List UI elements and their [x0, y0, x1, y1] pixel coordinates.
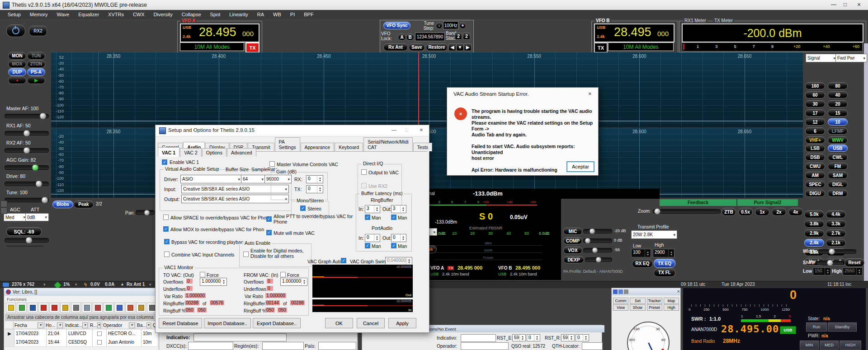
standby-button[interactable]: Standby — [828, 322, 857, 331]
toolbar-icon[interactable] — [104, 303, 113, 313]
tx-high-spinner[interactable]: 2900 — [653, 249, 675, 257]
setup-tab[interactable]: Tests — [413, 143, 433, 151]
qth-locator-input[interactable] — [582, 342, 603, 350]
rst-r-spinner[interactable]: 59 — [561, 334, 575, 341]
zoom-preset-button[interactable]: 1x — [755, 208, 769, 216]
ok-button[interactable]: OK — [325, 318, 353, 328]
filter-button[interactable]: 2.1k — [826, 239, 846, 247]
2ton-button[interactable]: 2TON — [27, 60, 45, 68]
sql-slider[interactable] — [5, 238, 49, 243]
row-checkbox[interactable] — [93, 329, 107, 338]
rb-in-man-checkbox[interactable] — [365, 215, 370, 220]
peak-button[interactable]: Peak — [74, 201, 94, 208]
toolbar-icon[interactable] — [6, 303, 16, 313]
toolbar-icon[interactable] — [114, 303, 124, 313]
minimize-icon[interactable]: — — [831, 1, 836, 8]
tx-fl-button[interactable]: TX FL — [654, 268, 675, 277]
mic-button[interactable]: MIC — [563, 228, 582, 235]
filter-button[interactable]: 2.7k — [826, 229, 846, 237]
rb-in-spinner[interactable]: 3 — [365, 205, 380, 213]
toolbar-icon[interactable] — [82, 303, 92, 313]
tracker-button[interactable]: Map — [664, 298, 679, 304]
meter-rx-select[interactable]: Signal — [806, 54, 837, 62]
band-button[interactable]: 10 — [828, 118, 848, 126]
menu-item[interactable]: PI — [286, 11, 299, 18]
to-force-checkbox[interactable] — [200, 272, 205, 277]
mode-button[interactable]: DRM — [828, 190, 848, 197]
width-slider[interactable] — [818, 249, 856, 254]
transmit-profile-select[interactable]: 20W 2.8K — [631, 230, 677, 239]
band-down-icon[interactable]: ▼ — [456, 43, 464, 51]
zoom-preset-button[interactable]: ZTB — [722, 208, 736, 216]
vox-button[interactable]: VOX — [563, 247, 582, 254]
agc-gain-slider[interactable] — [5, 165, 49, 170]
med-button[interactable]: MED — [820, 341, 839, 350]
tracker-button[interactable]: Preset — [647, 304, 662, 311]
tracker-button[interactable]: Show — [630, 304, 645, 311]
dxcc-input[interactable] — [188, 342, 233, 350]
mode-button[interactable]: LSB — [805, 145, 825, 152]
vox-slider[interactable] — [583, 248, 612, 252]
log-menu-funciones[interactable]: Funciones — [7, 297, 27, 302]
driver-select[interactable]: ASIO — [180, 175, 242, 183]
toolbar-icon[interactable] — [136, 303, 146, 313]
mode-button[interactable]: CWL — [828, 154, 848, 161]
zoom-slider[interactable] — [653, 209, 721, 214]
pa-out-man-checkbox[interactable] — [391, 243, 396, 248]
filter-button[interactable]: 3.3k — [826, 220, 846, 228]
vac-subtab[interactable]: Advanced — [227, 148, 256, 157]
band-button[interactable]: 40 — [828, 91, 848, 98]
frequency-entry[interactable]: 1234.567890 — [415, 33, 445, 41]
stereo-checkbox[interactable] — [300, 205, 306, 211]
filter-button[interactable]: 3.8k — [804, 220, 824, 228]
dexp-button[interactable]: DEXP — [563, 256, 584, 263]
band-stack-2-button[interactable]: 2 — [463, 33, 470, 40]
att-select[interactable]: 0dB — [25, 213, 49, 221]
vac-subtab[interactable]: VAC 2 — [180, 148, 202, 157]
vfo-b-display[interactable]: USB 2.4k 28.495 000 — [594, 23, 675, 42]
close-icon[interactable]: × — [677, 289, 680, 294]
gain-rx-spinner[interactable]: 0 — [306, 175, 323, 183]
zoom-preset-button[interactable]: 0.5x — [738, 208, 753, 216]
mode-button[interactable]: SAM — [828, 172, 848, 179]
rst-e2-spinner[interactable]: 0 — [527, 334, 540, 341]
mode-button[interactable]: FM — [828, 163, 848, 170]
bypass-vac-checkbox[interactable] — [164, 239, 170, 244]
band-button[interactable]: 60 — [805, 91, 825, 98]
from-ratio-spinner[interactable]: 1.000000 — [280, 278, 307, 286]
tun-button[interactable]: TUN — [27, 52, 45, 60]
mode-button[interactable]: SPEC — [805, 181, 825, 188]
vac-subtab[interactable]: Options — [202, 148, 226, 157]
band-button[interactable]: 12 — [805, 118, 825, 126]
tune-slider[interactable] — [5, 198, 49, 202]
toolbar-icon[interactable] — [125, 303, 135, 313]
zoom-preset-button[interactable]: 4x — [788, 208, 803, 216]
vac-graph-auto-checkbox[interactable] — [341, 258, 346, 263]
drive-slider[interactable] — [5, 182, 49, 186]
band-button[interactable]: 30 — [805, 100, 825, 107]
mode-button[interactable]: DIGL — [828, 181, 848, 188]
menu-item[interactable]: Memory — [26, 11, 52, 18]
tracker-titlebar[interactable]: × — [612, 288, 681, 295]
vfo-lock-a-button[interactable]: A — [398, 33, 406, 41]
tune-step-down-button[interactable]: - — [436, 22, 443, 29]
toolbar-icon[interactable] — [17, 303, 27, 313]
pa-in-man-checkbox[interactable] — [365, 243, 370, 248]
vfo-a-band-text[interactable]: 10M All Modes — [180, 42, 244, 51]
menu-item[interactable]: Diversity — [150, 11, 177, 18]
rst-r2-spinner[interactable]: 0 — [576, 334, 589, 341]
minimize-icon[interactable]: — — [392, 127, 396, 132]
space-override-checkbox[interactable] — [163, 215, 169, 220]
use-rx2-checkbox[interactable] — [361, 183, 367, 188]
mode-button[interactable]: AM — [805, 172, 825, 179]
comp-slider[interactable] — [583, 238, 612, 243]
menu-item[interactable]: WB — [269, 11, 285, 18]
collapsed-meter-row[interactable]: SWR — [434, 246, 542, 253]
mox-button[interactable]: MOX — [8, 60, 26, 68]
high-button[interactable]: HIGH — [840, 341, 861, 350]
mode-button[interactable]: DSB — [805, 154, 825, 161]
tracker-button[interactable]: Tracker — [647, 298, 662, 304]
pa-out-spinner[interactable]: 0 — [391, 234, 406, 242]
maximize-icon[interactable]: □ — [405, 127, 408, 132]
region-input[interactable] — [262, 342, 304, 350]
